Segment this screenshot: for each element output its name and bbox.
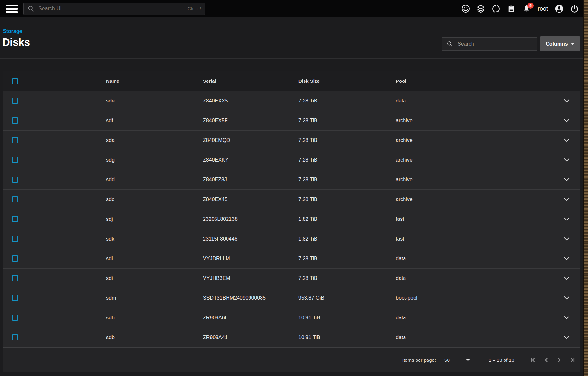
pager — [530, 356, 575, 364]
expand-row-chevron-icon[interactable] — [564, 119, 570, 122]
search-shortcut-hint: Ctrl + / — [187, 6, 201, 11]
truecommand-button[interactable] — [476, 4, 485, 13]
global-search-input[interactable] — [38, 5, 184, 12]
right-edge-scrollbar[interactable] — [583, 0, 588, 376]
disk-size-cell: 7.28 TiB — [298, 170, 396, 189]
chevron-down-icon — [571, 43, 575, 45]
column-header-pool[interactable]: Pool — [396, 71, 553, 91]
column-header-disk-size[interactable]: Disk Size — [298, 71, 396, 91]
previous-page-icon — [543, 356, 550, 364]
row-checkbox[interactable] — [12, 275, 18, 281]
disk-name-cell: sdb — [106, 328, 203, 347]
disk-name-cell: sda — [106, 130, 203, 150]
last-page-icon — [568, 356, 575, 364]
table-row[interactable]: sde Z840EXX5 7.28 TiB data — [3, 91, 580, 111]
column-header-name[interactable]: Name — [106, 71, 203, 91]
next-page-button[interactable] — [555, 356, 563, 364]
row-checkbox[interactable] — [12, 98, 18, 104]
alerts-button[interactable]: 5 — [522, 4, 531, 13]
expand-row-chevron-icon[interactable] — [564, 198, 570, 201]
row-checkbox[interactable] — [12, 157, 18, 163]
disk-serial-cell: VYJDRLLM — [203, 249, 298, 268]
disk-name-cell: sdd — [106, 170, 203, 189]
table-row[interactable]: sdj 23205L802138 1.82 TiB fast — [3, 209, 580, 229]
disk-name-cell: sdj — [106, 209, 203, 229]
disk-pool-cell: data — [396, 91, 553, 111]
row-checkbox[interactable] — [12, 334, 18, 340]
table-row[interactable]: sdh ZR909A6L 10.91 TiB data — [3, 308, 580, 328]
power-button[interactable] — [570, 4, 579, 13]
table-search-box — [442, 37, 537, 51]
search-icon — [447, 41, 453, 47]
previous-page-button[interactable] — [542, 356, 550, 364]
table-row[interactable]: sdg Z840EXKY 7.28 TiB archive — [3, 150, 580, 170]
table-row[interactable]: sdc Z840EX45 7.28 TiB archive — [3, 189, 580, 209]
jobs-button[interactable] — [507, 4, 516, 13]
disk-size-cell: 1.82 TiB — [298, 229, 396, 249]
disk-serial-cell: SSDT31BHM24090900085 — [203, 288, 298, 308]
disk-pool-cell: archive — [396, 170, 553, 189]
disk-pool-cell: archive — [396, 150, 553, 170]
table-row[interactable]: sdd Z840EZ8J 7.28 TiB archive — [3, 170, 580, 189]
disk-serial-cell: Z840EX5F — [203, 111, 298, 130]
topbar-actions: 5 root — [461, 0, 579, 17]
user-menu-button[interactable] — [555, 4, 564, 13]
username[interactable]: root — [538, 5, 548, 12]
feedback-icon — [461, 5, 470, 13]
sync-button[interactable] — [492, 4, 501, 13]
menu-button[interactable] — [6, 5, 18, 13]
breadcrumb-storage[interactable]: Storage — [3, 28, 22, 34]
items-per-page-label: Items per page: — [402, 357, 436, 363]
columns-button[interactable]: Columns — [540, 36, 580, 51]
disk-pool-cell: fast — [396, 229, 553, 249]
table-row[interactable]: sdb ZR909A41 10.91 TiB data — [3, 328, 580, 347]
row-checkbox[interactable] — [12, 315, 18, 321]
expand-row-chevron-icon[interactable] — [564, 217, 570, 221]
table-row[interactable]: sdl VYJDRLLM 7.28 TiB data — [3, 249, 580, 268]
table-row[interactable]: sdi VYJHB3EM 7.28 TiB data — [3, 268, 580, 288]
disk-name-cell: sdl — [106, 249, 203, 268]
column-header-serial[interactable]: Serial — [203, 71, 298, 91]
row-checkbox[interactable] — [12, 117, 18, 124]
disk-pool-cell: archive — [396, 111, 553, 130]
disk-name-cell: sdg — [106, 150, 203, 170]
expand-row-chevron-icon[interactable] — [564, 336, 570, 339]
feedback-button[interactable] — [461, 4, 470, 13]
table-search-input[interactable] — [457, 41, 532, 47]
row-checkbox[interactable] — [12, 255, 18, 262]
table-row[interactable]: sdf Z840EX5F 7.28 TiB archive — [3, 111, 580, 130]
user-avatar-icon — [555, 4, 564, 13]
disk-size-cell: 7.28 TiB — [298, 189, 396, 209]
disk-serial-cell: ZR909A6L — [203, 308, 298, 328]
expand-row-chevron-icon[interactable] — [564, 138, 570, 142]
columns-button-label: Columns — [546, 41, 568, 47]
disk-pool-cell: data — [396, 268, 553, 288]
expand-row-chevron-icon[interactable] — [564, 276, 570, 280]
disk-name-cell: sdf — [106, 111, 203, 130]
row-checkbox[interactable] — [12, 236, 18, 242]
global-search-box: Ctrl + / — [23, 3, 205, 15]
select-all-checkbox[interactable] — [12, 78, 18, 84]
row-checkbox[interactable] — [12, 177, 18, 183]
expand-row-chevron-icon[interactable] — [564, 178, 570, 181]
row-checkbox[interactable] — [12, 295, 18, 301]
last-page-button[interactable] — [568, 356, 575, 364]
row-checkbox[interactable] — [12, 196, 18, 202]
expand-row-chevron-icon[interactable] — [564, 99, 570, 102]
expand-row-chevron-icon[interactable] — [564, 296, 570, 300]
expand-row-chevron-icon[interactable] — [564, 316, 570, 319]
expand-row-chevron-icon[interactable] — [564, 257, 570, 260]
disk-name-cell: sdc — [106, 189, 203, 209]
first-page-button[interactable] — [530, 356, 538, 364]
table-row[interactable]: sdm SSDT31BHM24090900085 953.87 GiB boot… — [3, 288, 580, 308]
expand-row-chevron-icon[interactable] — [564, 237, 570, 241]
disk-serial-cell: 23205L802138 — [203, 209, 298, 229]
table-row[interactable]: sda Z840EMQD 7.28 TiB archive — [3, 130, 580, 150]
expand-row-chevron-icon[interactable] — [564, 158, 570, 162]
table-row[interactable]: sdk 23115F800446 1.82 TiB fast — [3, 229, 580, 249]
disk-serial-cell: Z840EZ8J — [203, 170, 298, 189]
alerts-badge: 5 — [527, 3, 534, 9]
items-per-page-select[interactable]: 50 — [436, 357, 470, 363]
row-checkbox[interactable] — [12, 216, 18, 222]
row-checkbox[interactable] — [12, 137, 18, 143]
